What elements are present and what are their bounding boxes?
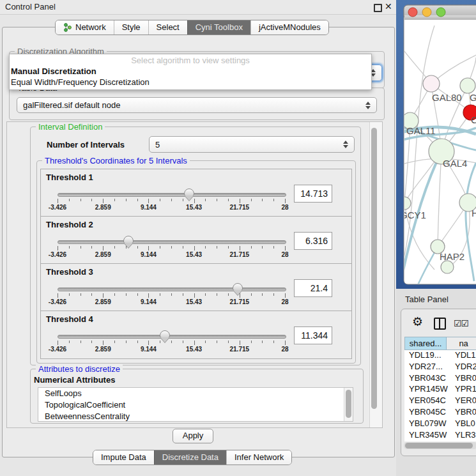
float-window-icon[interactable]	[374, 4, 382, 12]
cell-shared-name[interactable]: YIL052C	[404, 441, 452, 441]
tick-mark	[273, 341, 274, 343]
table-row[interactable]: YIL052CYIL0	[404, 441, 476, 441]
cell-name[interactable]: YIL0	[452, 441, 472, 441]
tab-select[interactable]: Select	[148, 20, 187, 35]
column-header-shared[interactable]: shared...	[405, 337, 447, 349]
node-label: GAL80	[432, 92, 462, 103]
table-data-select[interactable]: galFiltered.sif default node	[17, 97, 377, 113]
cell-name[interactable]: YDR2	[452, 362, 476, 373]
settings-scrollbar-thumb[interactable]	[371, 128, 377, 409]
table-row[interactable]: YDR27...YDR2	[404, 362, 476, 373]
threshold-panel-4: Threshold 4-3.4262.8599.14415.4321.71528…	[40, 311, 352, 359]
tab-label: Infer Network	[234, 452, 284, 462]
slider-track[interactable]	[58, 335, 286, 339]
cell-name[interactable]: YLR3	[452, 430, 476, 441]
tick-mark	[217, 341, 217, 343]
axis-tick-label: 2.859	[95, 251, 111, 258]
slider-tick-labels: -3.4262.8599.14415.4321.71528	[58, 298, 285, 306]
tick-mark	[251, 199, 252, 201]
tick-mark	[285, 293, 286, 298]
cell-name[interactable]: YBR0	[452, 407, 476, 418]
axis-tick-label: 28	[281, 251, 288, 258]
cell-shared-name[interactable]: YPR145W	[404, 384, 452, 395]
cell-shared-name[interactable]: YBR043C	[404, 373, 452, 385]
zoom-light-icon[interactable]	[436, 8, 445, 17]
tick-mark	[103, 199, 104, 203]
tick-mark	[251, 293, 252, 296]
table-horizontal-scrollbar[interactable]	[404, 442, 476, 449]
numerical-attributes-list[interactable]: SelfLoopsTopologicalCoefficientBetweenne…	[38, 387, 353, 422]
dropdown-option-manual[interactable]: Manual Discretization	[10, 66, 371, 77]
tick-mark	[205, 246, 206, 249]
network-node[interactable]	[423, 75, 440, 92]
attribute-item[interactable]: TopologicalCoefficient	[38, 399, 353, 411]
attribute-item[interactable]: SelfLoops	[38, 388, 353, 399]
tick-mark	[205, 293, 206, 296]
tick-mark	[91, 246, 92, 249]
table-row[interactable]: YDL19...YDL1	[404, 350, 476, 362]
attribute-item[interactable]: BetweennessCentrality	[38, 411, 353, 422]
split-columns-icon[interactable]	[434, 318, 446, 330]
tab-cyni-toolbox[interactable]: Cyni Toolbox	[187, 20, 250, 35]
axis-tick-label: 28	[281, 346, 288, 353]
checkboxes-icon[interactable]: ☑☑	[454, 318, 468, 328]
tick-mark	[194, 341, 195, 345]
cell-shared-name[interactable]: YBL079W	[404, 418, 452, 430]
threshold-value-field[interactable]: 21.4	[294, 279, 332, 297]
tick-mark	[217, 293, 217, 296]
cell-shared-name[interactable]: YER054C	[404, 395, 452, 407]
slider-track[interactable]	[58, 193, 286, 197]
threshold-value-field[interactable]: 11.344	[294, 326, 332, 344]
slider-tick-labels: -3.4262.8599.14415.4321.71528	[58, 251, 285, 259]
apply-button[interactable]: Apply	[173, 429, 213, 443]
combo-stepper-icon	[365, 102, 371, 109]
cell-name[interactable]: YDL1	[452, 350, 476, 362]
close-icon[interactable]: ✕	[385, 1, 392, 12]
slider-track[interactable]	[58, 240, 286, 244]
tab-discretize-data[interactable]: Discretize Data	[154, 450, 226, 464]
close-light-icon[interactable]	[408, 8, 417, 17]
tick-mark	[58, 341, 58, 345]
table-row[interactable]: YBL079WYBL0	[404, 418, 476, 430]
table-row[interactable]: YBR045CYBR0	[404, 407, 476, 418]
tick-mark	[58, 199, 58, 203]
cell-shared-name[interactable]: YDR27...	[404, 362, 452, 373]
network-node[interactable]	[441, 261, 454, 273]
tick-mark	[160, 341, 160, 343]
table-row[interactable]: YBR043CYBR0	[404, 373, 476, 385]
dropdown-option-equal-width[interactable]: Equal Width/Frequency Discretization	[10, 77, 371, 88]
table-row[interactable]: YPR145WYPR1	[404, 384, 476, 395]
tab-label: jActiveMNodules	[259, 22, 321, 32]
tab-jactivemnodules[interactable]: jActiveMNodules	[250, 20, 328, 35]
gear-icon[interactable]: ⚙	[412, 314, 423, 329]
table-row[interactable]: YER054CYER0	[404, 395, 476, 407]
slider-track[interactable]	[58, 288, 286, 291]
cell-shared-name[interactable]: YBR045C	[404, 407, 452, 418]
cell-name[interactable]: YBR0	[452, 373, 476, 385]
attributes-list-scrollbar[interactable]	[344, 388, 353, 421]
tick-mark	[58, 246, 58, 250]
cell-shared-name[interactable]: YLR345W	[404, 430, 452, 441]
cell-shared-name[interactable]: YDL19...	[404, 350, 452, 362]
slider-ticks	[58, 245, 285, 251]
tab-impute-data[interactable]: Impute Data	[93, 450, 154, 464]
minimize-light-icon[interactable]	[422, 8, 431, 17]
tick-mark	[262, 246, 263, 249]
threshold-value-field[interactable]: 6.316	[294, 232, 332, 250]
network-node[interactable]	[460, 78, 475, 93]
network-view[interactable]: GAL80GACGAL11GAL4GCY1HHAP2	[396, 0, 476, 291]
tab-style[interactable]: Style	[114, 20, 148, 35]
threshold-value-field[interactable]: 14.713	[294, 185, 332, 203]
node-table[interactable]: shared... na YDL19...YDL1YDR27...YDR2YBR…	[404, 337, 476, 443]
settings-scrollbar[interactable]	[369, 122, 382, 427]
column-header-name[interactable]: na	[447, 337, 476, 349]
cell-name[interactable]: YER0	[452, 395, 476, 407]
tab-network[interactable]: Network	[56, 20, 114, 35]
network-tab-icon	[63, 23, 72, 32]
num-intervals-select[interactable]: 5	[149, 136, 355, 153]
table-row[interactable]: YLR345WYLR3	[404, 430, 476, 441]
tick-mark	[137, 293, 138, 296]
cell-name[interactable]: YBL0	[452, 418, 475, 430]
tab-infer-network[interactable]: Infer Network	[226, 450, 291, 464]
cell-name[interactable]: YPR1	[452, 384, 476, 395]
